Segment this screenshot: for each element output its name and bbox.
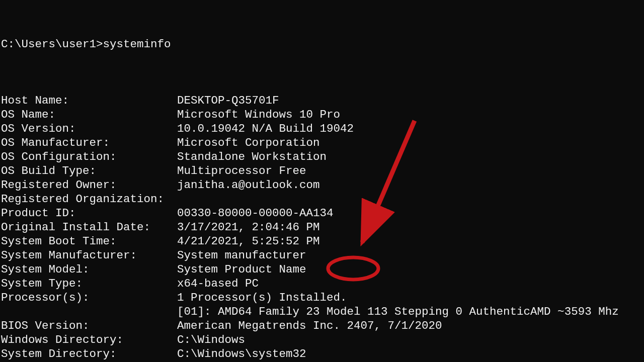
row-value: DESKTOP-Q35701F bbox=[177, 94, 644, 108]
row-value: Multiprocessor Free bbox=[177, 164, 644, 178]
row-label: Product ID: bbox=[1, 206, 177, 220]
row-value: 10.0.19042 N/A Build 19042 bbox=[177, 122, 644, 136]
row-label: OS Version: bbox=[1, 122, 177, 136]
row-value: Standalone Workstation bbox=[177, 150, 644, 164]
row-value: Microsoft Corporation bbox=[177, 136, 644, 150]
output-row: Processor(s):1 Processor(s) Installed. bbox=[1, 291, 644, 305]
output-row: OS Version:10.0.19042 N/A Build 19042 bbox=[1, 122, 644, 136]
row-value: 4/21/2021, 5:25:52 PM bbox=[177, 234, 644, 248]
command-prompt-line: C:\Users\user1>systeminfo bbox=[1, 37, 644, 51]
row-label: BIOS Version: bbox=[1, 319, 177, 333]
row-value: 1 Processor(s) Installed. bbox=[177, 291, 644, 305]
row-label: Processor(s): bbox=[1, 291, 177, 305]
row-label: Registered Owner: bbox=[1, 178, 177, 192]
output-row: Registered Owner:janitha.a@outlook.com bbox=[1, 178, 644, 192]
row-label: OS Name: bbox=[1, 108, 177, 122]
output-row: BIOS Version:American Megatrends Inc. 24… bbox=[1, 319, 644, 333]
output-row: System Manufacturer:System manufacturer bbox=[1, 248, 644, 262]
row-label: Host Name: bbox=[1, 94, 177, 108]
row-value: [01]: AMD64 Family 23 Model 113 Stepping… bbox=[177, 305, 644, 319]
output-row: Host Name:DESKTOP-Q35701F bbox=[1, 94, 644, 108]
row-label bbox=[1, 305, 177, 319]
row-value: C:\Windows bbox=[177, 333, 644, 347]
prompt-path: C:\Users\user1> bbox=[1, 38, 103, 51]
terminal-output[interactable]: C:\Users\user1>systeminfo Host Name:DESK… bbox=[0, 0, 644, 362]
row-value: janitha.a@outlook.com bbox=[177, 178, 644, 192]
prompt-command: systeminfo bbox=[103, 38, 171, 51]
output-row: System Type:x64-based PC bbox=[1, 277, 644, 291]
output-row: Product ID:00330-80000-00000-AA134 bbox=[1, 206, 644, 220]
row-label: OS Manufacturer: bbox=[1, 136, 177, 150]
row-value: 00330-80000-00000-AA134 bbox=[177, 206, 644, 220]
systeminfo-rows: Host Name:DESKTOP-Q35701FOS Name:Microso… bbox=[1, 94, 644, 362]
row-value: C:\Windows\system32 bbox=[177, 347, 644, 361]
row-label: System Boot Time: bbox=[1, 234, 177, 248]
output-row: OS Manufacturer:Microsoft Corporation bbox=[1, 136, 644, 150]
row-value: American Megatrends Inc. 2407, 7/1/2020 bbox=[177, 319, 644, 333]
row-value bbox=[177, 192, 644, 206]
row-label: System Type: bbox=[1, 277, 177, 291]
output-row: OS Name:Microsoft Windows 10 Pro bbox=[1, 108, 644, 122]
row-label: System Model: bbox=[1, 262, 177, 277]
output-row: Original Install Date:3/17/2021, 2:04:46… bbox=[1, 220, 644, 234]
output-row: OS Configuration:Standalone Workstation bbox=[1, 150, 644, 164]
row-label: Registered Organization: bbox=[1, 192, 177, 206]
row-label: Windows Directory: bbox=[1, 333, 177, 347]
output-row: OS Build Type:Multiprocessor Free bbox=[1, 164, 644, 178]
row-label: Original Install Date: bbox=[1, 220, 177, 234]
row-label: OS Build Type: bbox=[1, 164, 177, 178]
output-row: Windows Directory:C:\Windows bbox=[1, 333, 644, 347]
row-value: Microsoft Windows 10 Pro bbox=[177, 108, 644, 122]
row-label: OS Configuration: bbox=[1, 150, 177, 164]
output-row: Registered Organization: bbox=[1, 192, 644, 206]
row-value: System Product Name bbox=[177, 262, 644, 277]
output-row: System Model:System Product Name bbox=[1, 262, 644, 277]
output-row: System Directory:C:\Windows\system32 bbox=[1, 347, 644, 361]
row-value: 3/17/2021, 2:04:46 PM bbox=[177, 220, 644, 234]
row-value: x64-based PC bbox=[177, 277, 644, 291]
row-value: System manufacturer bbox=[177, 248, 644, 262]
row-label: System Manufacturer: bbox=[1, 248, 177, 262]
output-row: System Boot Time:4/21/2021, 5:25:52 PM bbox=[1, 234, 644, 248]
output-row: [01]: AMD64 Family 23 Model 113 Stepping… bbox=[1, 305, 644, 319]
row-label: System Directory: bbox=[1, 347, 177, 361]
